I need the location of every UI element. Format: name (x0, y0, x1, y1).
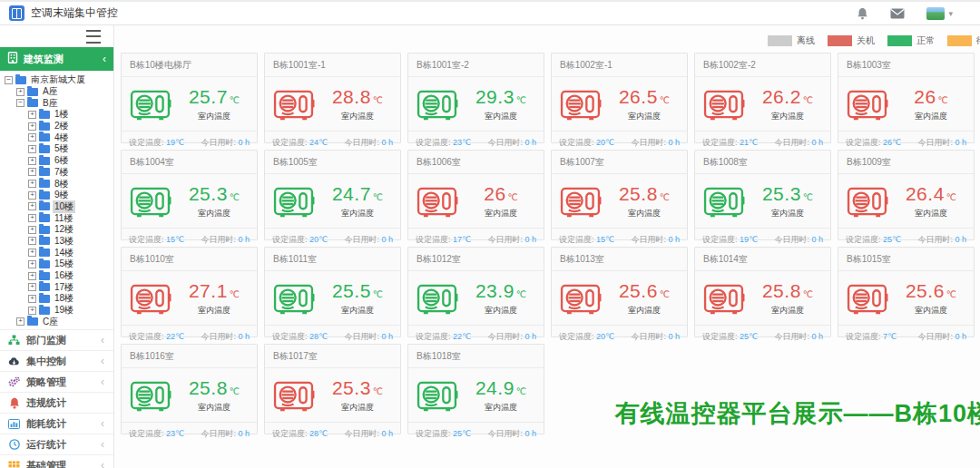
room-card[interactable]: B栋1009室 26.4℃ (838, 150, 975, 240)
legend-label: 关机 (857, 34, 875, 47)
tree-node[interactable]: + 5楼 (0, 143, 113, 155)
tree-expander-icon[interactable]: + (28, 145, 36, 153)
room-temperature-value: 26.4 (906, 183, 945, 204)
tree-expander-icon[interactable]: + (28, 157, 36, 165)
tree-node[interactable]: + 11楼 (0, 212, 113, 224)
sidebar-menu-item[interactable]: 运行统计 ‹ (0, 434, 113, 454)
tree-expander-icon[interactable]: + (28, 111, 36, 119)
tree-node[interactable]: + 6楼 (0, 155, 113, 167)
building-tree: − 南京新城大厦 + A座 − B座 + 1楼 + 2楼 + 4楼 + 5楼 +… (0, 71, 113, 329)
set-temp-value: 28℃ (309, 332, 328, 341)
tree-node[interactable]: + C座 (0, 316, 113, 327)
room-card-title: B栋1012室 (408, 248, 544, 271)
sidebar-menu-item[interactable]: 部门监测 ‹ (0, 329, 113, 350)
tree-node[interactable]: + 8楼 (0, 178, 113, 190)
tree-node-label[interactable]: C座 (41, 316, 60, 328)
tree-expander-icon[interactable]: + (28, 295, 36, 303)
set-temp-label: 设定温度: (272, 332, 308, 341)
tree-expander-icon[interactable]: + (28, 133, 36, 141)
room-card[interactable]: B栋1010室 27.1℃ (121, 247, 258, 337)
room-card[interactable]: B栋10楼电梯厅 25.7℃ (121, 53, 258, 143)
sidebar-menu-item[interactable]: 策略管理 ‹ (0, 371, 113, 392)
set-temp-value: 23℃ (453, 138, 471, 147)
room-card[interactable]: B栋1001室-1 28.8℃ (264, 53, 401, 143)
set-temp-value: 17℃ (453, 235, 471, 244)
room-card[interactable]: B栋1004室 25.3℃ (121, 150, 258, 240)
room-card[interactable]: B栋1002室-1 26.5℃ (551, 53, 688, 143)
tree-node[interactable]: + 12楼 (0, 224, 113, 236)
ac-unit-icon (702, 282, 745, 316)
tree-node[interactable]: + 18楼 (0, 293, 113, 305)
sidebar-menu-item[interactable]: 能耗统计 ‹ (0, 413, 113, 434)
messages-envelope-icon[interactable] (890, 8, 905, 19)
tree-node[interactable]: + 14楼 (0, 247, 113, 258)
tree-node[interactable]: + 1楼 (0, 109, 113, 121)
tree-expander-icon[interactable]: + (28, 272, 36, 280)
tree-node[interactable]: + A座 (0, 86, 113, 98)
room-card[interactable]: B栋1013室 25.6℃ (551, 247, 688, 337)
tree-expander-icon[interactable]: + (28, 249, 36, 257)
tree-expander-icon[interactable]: + (28, 168, 36, 176)
tree-node[interactable]: + 4楼 (0, 132, 113, 143)
menu-toggle-icon[interactable] (86, 30, 101, 44)
tree-expander-icon[interactable]: + (28, 283, 36, 291)
tree-expander-icon[interactable]: + (28, 202, 36, 210)
tree-expander-icon[interactable]: − (5, 76, 13, 84)
tree-expander-icon[interactable]: + (16, 88, 24, 96)
tree-node[interactable]: + 9楼 (0, 190, 113, 201)
room-card[interactable]: B栋1002室-2 26.2℃ (694, 53, 831, 143)
tree-node[interactable]: + 16楼 (0, 270, 113, 282)
sidebar-menu-item[interactable]: 基础管理 ‹ (0, 454, 113, 468)
user-avatar[interactable]: ▾ (926, 7, 953, 20)
tree-expander-icon[interactable]: + (28, 180, 36, 188)
room-card[interactable]: B栋1005室 24.7℃ (264, 150, 401, 240)
notification-bell-icon[interactable] (857, 7, 868, 20)
tree-node[interactable]: − 南京新城大厦 (0, 74, 113, 86)
room-card[interactable]: B栋1016室 25.8℃ (121, 344, 258, 434)
indoor-temp-label: 室内温度 (320, 208, 395, 219)
tree-expander-icon[interactable]: − (16, 99, 24, 107)
temperature-unit-label: ℃ (373, 289, 383, 299)
room-card[interactable]: B栋1012室 23.9℃ (407, 247, 544, 337)
tree-node[interactable]: + 7楼 (0, 167, 113, 179)
tree-expander-icon[interactable]: + (28, 226, 36, 234)
usage-time-value: 0 h (381, 332, 393, 341)
tree-expander-icon[interactable]: + (28, 307, 36, 315)
tree-node[interactable]: + 17楼 (0, 281, 113, 293)
set-temp-value: 19℃ (740, 235, 758, 244)
set-temp-value: 20℃ (596, 332, 614, 341)
room-card[interactable]: B栋1008室 25.3℃ (694, 150, 831, 240)
usage-time-value: 0 h (238, 429, 250, 438)
room-temperature-value: 28.8 (332, 86, 371, 107)
room-card[interactable]: B栋1018室 24.9℃ (407, 344, 544, 434)
tree-node[interactable]: + 19楼 (0, 305, 113, 317)
sidebar-item-building-monitor[interactable]: 建筑监测 ‹ (0, 47, 113, 71)
tree-node[interactable]: − B座 (0, 97, 113, 109)
tree-node[interactable]: + 2楼 (0, 121, 113, 132)
room-card[interactable]: B栋1015室 25.6℃ (838, 247, 975, 337)
tree-node[interactable]: + 15楼 (0, 258, 113, 270)
tree-expander-icon[interactable]: + (28, 237, 36, 245)
ac-unit-icon (846, 185, 888, 219)
room-card[interactable]: B栋1007室 25.8℃ (551, 150, 688, 240)
sidebar-menu-item[interactable]: 集中控制 ‹ (0, 350, 113, 371)
tree-expander-icon[interactable]: + (28, 260, 36, 268)
room-card[interactable]: B栋1014室 25.8℃ (694, 247, 831, 337)
tree-expander-icon[interactable]: + (28, 214, 36, 222)
temperature-unit-label: ℃ (803, 192, 813, 202)
tree-expander-icon[interactable]: + (28, 122, 36, 131)
ac-unit-icon (559, 88, 602, 122)
room-card[interactable]: B栋1017室 25.3℃ (264, 344, 401, 434)
folder-icon (39, 180, 50, 188)
sidebar-menu-item[interactable]: 违规统计 (0, 392, 113, 413)
tree-expander-icon[interactable]: + (28, 191, 36, 200)
tree-expander-icon[interactable]: + (16, 317, 24, 326)
room-card[interactable]: B栋1011室 25.5℃ (264, 247, 401, 337)
tree-node[interactable]: + 13楼 (0, 236, 113, 248)
set-temp-label: 设定温度: (129, 429, 164, 438)
tree-node[interactable]: + 10楼 (0, 201, 113, 213)
room-card[interactable]: B栋1001室-2 29.3℃ (407, 53, 544, 143)
room-card[interactable]: B栋1003室 26℃ (838, 53, 975, 143)
room-card-title: B栋1018室 (408, 345, 544, 368)
room-card[interactable]: B栋1006室 26℃ (407, 150, 544, 240)
